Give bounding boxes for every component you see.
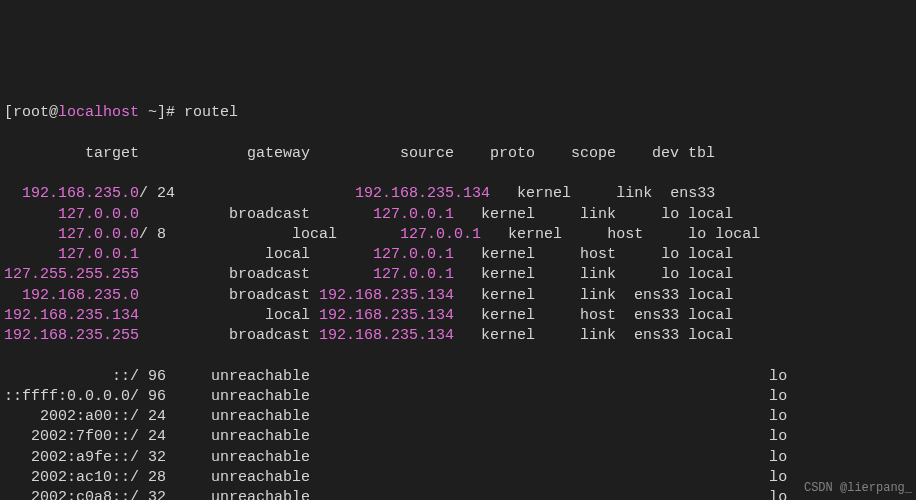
- gateway-cell: local: [139, 307, 319, 324]
- source-cell: 127.0.0.1: [400, 226, 481, 243]
- route-row: 2002:7f00::/ 24 unreachable lo: [4, 427, 912, 447]
- gateway-cell: broadcast: [139, 206, 373, 223]
- target-cell: 127.0.0.0: [4, 206, 139, 223]
- source-cell: 192.168.235.134: [319, 327, 454, 344]
- watermark: CSDN @lierpang_: [804, 480, 912, 496]
- route-row: ::ffff:0.0.0.0/ 96 unreachable lo: [4, 387, 912, 407]
- command-text: routel: [184, 104, 238, 121]
- source-cell: 127.0.0.1: [373, 246, 454, 263]
- target-cell: 192.168.235.255: [4, 327, 139, 344]
- target-cell: 127.255.255.255: [4, 266, 139, 283]
- target-cell: 192.168.235.0: [4, 287, 139, 304]
- route-row: 127.0.0.1 local 127.0.0.1 kernel host lo…: [4, 245, 912, 265]
- header-row: target gateway source proto scope dev tb…: [4, 144, 912, 164]
- gateway-cell: local: [139, 246, 373, 263]
- target-cell: 192.168.235.0: [4, 185, 139, 202]
- route-row: 127.0.0.0 broadcast 127.0.0.1 kernel lin…: [4, 205, 912, 225]
- source-cell: 127.0.0.1: [373, 206, 454, 223]
- target-cell: 192.168.235.134: [4, 307, 139, 324]
- route-row: 192.168.235.0 broadcast 192.168.235.134 …: [4, 286, 912, 306]
- route-row: ::/ 96 unreachable lo: [4, 367, 912, 387]
- route-row: 2002:a9fe::/ 32 unreachable lo: [4, 448, 912, 468]
- gateway-cell: broadcast: [139, 287, 319, 304]
- gateway-cell: broadcast: [139, 266, 373, 283]
- prompt-line[interactable]: [root@localhost ~]# routel: [4, 103, 912, 123]
- gateway-cell: local: [175, 226, 400, 243]
- target-cell: 127.0.0.1: [4, 246, 139, 263]
- route-row: 2002:c0a8::/ 32 unreachable lo: [4, 488, 912, 500]
- source-cell: 192.168.235.134: [319, 307, 454, 324]
- route-row: 2002:ac10::/ 28 unreachable lo: [4, 468, 912, 488]
- route-row: 192.168.235.134 local 192.168.235.134 ke…: [4, 306, 912, 326]
- route-row: 127.0.0.0/ 8 local 127.0.0.1 kernel host…: [4, 225, 912, 245]
- route-row: 192.168.235.255 broadcast 192.168.235.13…: [4, 326, 912, 346]
- route-row: 192.168.235.0/ 24 192.168.235.134 kernel…: [4, 184, 912, 204]
- target-cell: 127.0.0.0: [4, 226, 139, 243]
- gateway-cell: [175, 185, 355, 202]
- route-row: 2002:a00::/ 24 unreachable lo: [4, 407, 912, 427]
- source-cell: 127.0.0.1: [373, 266, 454, 283]
- source-cell: 192.168.235.134: [319, 287, 454, 304]
- terminal-output: [root@localhost ~]# routel target gatewa…: [4, 83, 912, 500]
- gateway-cell: broadcast: [139, 327, 319, 344]
- source-cell: 192.168.235.134: [355, 185, 490, 202]
- route-row: 127.255.255.255 broadcast 127.0.0.1 kern…: [4, 265, 912, 285]
